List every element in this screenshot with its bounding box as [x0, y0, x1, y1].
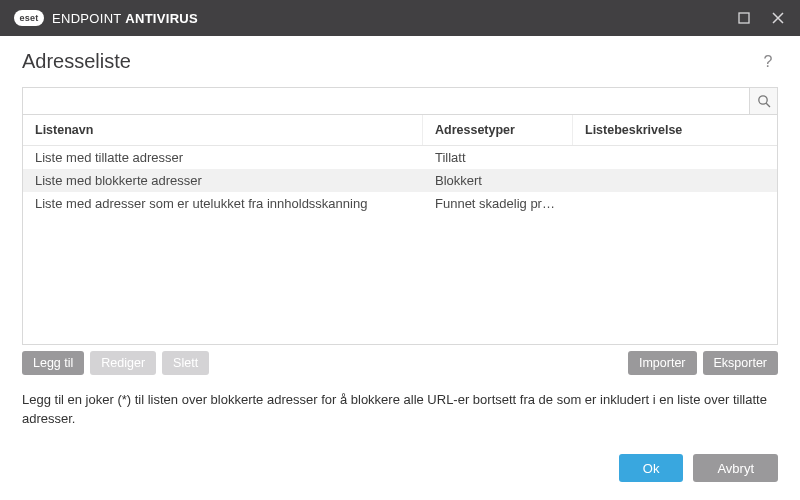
table-cell: [573, 146, 777, 169]
close-icon[interactable]: [770, 10, 786, 26]
export-button[interactable]: Eksporter: [703, 351, 779, 375]
brand-badge: eset: [14, 10, 44, 26]
table-body: Liste med tillatte adresserTillattListe …: [23, 146, 777, 344]
table-row[interactable]: Liste med blokkerte adresserBlokkert: [23, 169, 777, 192]
table-toolbar: Legg til Rediger Slett Importer Eksporte…: [22, 351, 778, 375]
col-listebeskrivelse[interactable]: Listebeskrivelse: [573, 115, 777, 145]
table-cell: Liste med tillatte adresser: [23, 146, 423, 169]
address-list-table: Listenavn Adressetyper Listebeskrivelse …: [22, 115, 778, 345]
table-cell: Funnet skadelig program...: [423, 192, 573, 215]
add-button[interactable]: Legg til: [22, 351, 84, 375]
edit-button: Rediger: [90, 351, 156, 375]
table-cell: Liste med adresser som er utelukket fra …: [23, 192, 423, 215]
col-adressetyper[interactable]: Adressetyper: [423, 115, 573, 145]
svg-rect-0: [739, 13, 749, 23]
cancel-button[interactable]: Avbryt: [693, 454, 778, 482]
brand: eset ENDPOINT ANTIVIRUS: [14, 10, 198, 26]
svg-point-2: [758, 96, 766, 104]
table-cell: [573, 192, 777, 215]
table-cell: Tillatt: [423, 146, 573, 169]
search-icon[interactable]: [749, 88, 777, 114]
content: Adresseliste ? Listenavn Adressetyper Li…: [0, 36, 800, 500]
ok-button[interactable]: Ok: [619, 454, 684, 482]
search-row: [22, 87, 778, 115]
delete-button: Slett: [162, 351, 209, 375]
svg-text:?: ?: [764, 53, 773, 69]
svg-line-3: [766, 103, 770, 107]
window-buttons: [736, 10, 790, 26]
hint-text: Legg til en joker (*) til listen over bl…: [22, 391, 778, 429]
table-cell: [573, 169, 777, 192]
header-row: Adresseliste ?: [22, 50, 778, 73]
search-input[interactable]: [23, 88, 749, 114]
page-title: Adresseliste: [22, 50, 131, 73]
help-icon[interactable]: ?: [760, 53, 778, 71]
table-cell: Liste med blokkerte adresser: [23, 169, 423, 192]
minimize-icon[interactable]: [736, 10, 752, 26]
table-row[interactable]: Liste med adresser som er utelukket fra …: [23, 192, 777, 215]
table-cell: Blokkert: [423, 169, 573, 192]
titlebar: eset ENDPOINT ANTIVIRUS: [0, 0, 800, 36]
brand-text: ENDPOINT ANTIVIRUS: [52, 11, 198, 26]
footer: Ok Avbryt: [22, 434, 778, 500]
col-listenavn[interactable]: Listenavn: [23, 115, 423, 145]
brand-text-bold: ANTIVIRUS: [125, 11, 198, 26]
brand-text-light: ENDPOINT: [52, 11, 125, 26]
import-button[interactable]: Importer: [628, 351, 697, 375]
table-row[interactable]: Liste med tillatte adresserTillatt: [23, 146, 777, 169]
table-header: Listenavn Adressetyper Listebeskrivelse: [23, 115, 777, 146]
